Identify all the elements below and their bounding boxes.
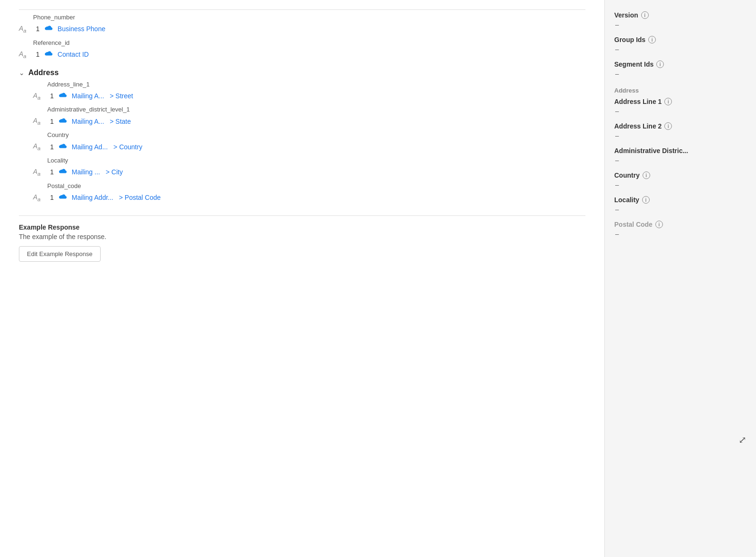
address-line1-group: Address_line_1 Aa 1 Mailing A... > Stree…: [33, 81, 585, 103]
salesforce-cloud-icon-phone: [43, 25, 54, 33]
rp-locality-field: Locality i –: [614, 196, 747, 213]
type-icon-admin: Aa: [33, 117, 46, 126]
address-chevron-icon[interactable]: ⌄: [19, 69, 25, 77]
salesforce-cloud-icon-admin: [58, 118, 68, 125]
rp-admin-district-label: Administrative Distric...: [614, 147, 747, 154]
phone-mapping-row: Aa 1 Business Phone: [19, 23, 585, 35]
rp-segment-ids-field: Segment Ids i –: [614, 60, 747, 77]
rp-version-label: Version i: [614, 11, 747, 19]
postal-code-label-main: Postal_code: [33, 182, 585, 189]
right-panel: Version i – Group Ids i – Segment Ids i …: [605, 0, 756, 557]
postal-code-group: Postal_code Aa 1 Mailing Addr... > Posta…: [33, 182, 585, 204]
salesforce-cloud-icon-locality: [58, 168, 68, 176]
postal-mapping-link[interactable]: Mailing Addr...: [72, 194, 113, 201]
address-line1-label: Address_line_1: [33, 81, 585, 88]
reference-id-label: Reference_id: [19, 39, 585, 46]
address-section-title: Address: [28, 69, 59, 77]
type-icon-addr1: Aa: [33, 92, 46, 101]
rp-address-line1-value: –: [614, 107, 747, 115]
rp-admin-district-field: Administrative Distric... –: [614, 147, 747, 164]
postal-mapping-row: Aa 1 Mailing Addr... > Postal Code: [33, 191, 585, 204]
country-label-main: Country: [33, 131, 585, 138]
example-response-section: Example Response The example of the resp…: [19, 215, 585, 262]
postal-mapping-number: 1: [50, 194, 54, 201]
example-response-title: Example Response: [19, 223, 585, 231]
phone-number-group: Phone_number Aa 1 Business Phone: [19, 9, 585, 35]
group-ids-info-icon[interactable]: i: [648, 36, 656, 43]
rp-address-line2-field: Address Line 2 i –: [614, 122, 747, 139]
locality-label-main: Locality: [33, 157, 585, 164]
rp-version-field: Version i –: [614, 11, 747, 28]
country-group: Country Aa 1 Mailing Ad... > Country: [33, 131, 585, 153]
type-icon-locality: Aa: [33, 168, 46, 177]
phone-number-label: Phone_number: [19, 14, 585, 21]
postal-code-info-icon[interactable]: i: [655, 221, 663, 228]
rp-group-ids-value: –: [614, 45, 747, 53]
rp-group-ids-label: Group Ids i: [614, 36, 747, 43]
salesforce-cloud-icon-addr1: [58, 92, 68, 100]
rp-version-value: –: [614, 21, 747, 28]
salesforce-cloud-icon-country: [58, 143, 68, 151]
rp-postal-code-value: –: [614, 230, 747, 238]
locality-mapping-row: Aa 1 Mailing ... > City: [33, 166, 585, 179]
rp-locality-value: –: [614, 206, 747, 213]
admin-district-group: Administrative_district_level_1 Aa 1 Mai…: [33, 106, 585, 128]
phone-mapping-link[interactable]: Business Phone: [58, 25, 105, 33]
country-info-icon[interactable]: i: [643, 171, 650, 179]
phone-mapping-number: 1: [36, 25, 40, 33]
type-icon-reference: Aa: [19, 50, 32, 59]
postal-arrow-link[interactable]: > Postal Code: [119, 194, 161, 201]
locality-info-icon[interactable]: i: [642, 196, 650, 204]
reference-mapping-row: Aa 1 Contact ID: [19, 48, 585, 61]
edit-example-response-button[interactable]: Edit Example Response: [19, 246, 101, 262]
admin-mapping-link[interactable]: Mailing A...: [72, 118, 104, 125]
country-mapping-row: Aa 1 Mailing Ad... > Country: [33, 140, 585, 153]
rp-address-line1-field: Address Line 1 i –: [614, 98, 747, 115]
type-icon-postal: Aa: [33, 193, 46, 202]
locality-mapping-number: 1: [50, 168, 54, 176]
country-mapping-number: 1: [50, 143, 54, 151]
main-content: Phone_number Aa 1 Business Phone Referen…: [0, 0, 605, 557]
address-line1-info-icon[interactable]: i: [664, 98, 672, 105]
country-arrow-link[interactable]: > Country: [113, 143, 142, 151]
rp-segment-ids-label: Segment Ids i: [614, 60, 747, 68]
locality-arrow-link[interactable]: > City: [106, 168, 123, 176]
address-subsection: Address_line_1 Aa 1 Mailing A... > Stree…: [19, 81, 585, 204]
rp-segment-ids-value: –: [614, 70, 747, 77]
type-icon-country: Aa: [33, 142, 46, 151]
rp-group-ids-field: Group Ids i –: [614, 36, 747, 53]
admin-arrow-link[interactable]: > State: [110, 118, 131, 125]
type-icon-phone: Aa: [19, 25, 32, 34]
addr1-mapping-link[interactable]: Mailing A...: [72, 92, 104, 100]
rp-address-section-title: Address: [614, 87, 747, 94]
address-section-header: ⌄ Address: [19, 69, 585, 77]
admin-mapping-number: 1: [50, 118, 54, 125]
reference-mapping-link[interactable]: Contact ID: [58, 51, 89, 58]
rp-postal-code-label: Postal Code i: [614, 221, 747, 228]
locality-mapping-link[interactable]: Mailing ...: [72, 168, 100, 176]
country-mapping-link[interactable]: Mailing Ad...: [72, 143, 108, 151]
rp-postal-code-field: Postal Code i –: [614, 221, 747, 238]
admin-district-mapping-row: Aa 1 Mailing A... > State: [33, 115, 585, 128]
addr1-mapping-number: 1: [50, 92, 54, 100]
locality-group: Locality Aa 1 Mailing ... > City: [33, 157, 585, 179]
address-line1-mapping-row: Aa 1 Mailing A... > Street: [33, 90, 585, 103]
addr1-arrow-link[interactable]: > Street: [110, 92, 133, 100]
salesforce-cloud-icon-postal: [58, 194, 68, 201]
rp-address-line2-label: Address Line 2 i: [614, 122, 747, 130]
expand-icon[interactable]: ⤢: [739, 434, 747, 446]
rp-admin-district-value: –: [614, 156, 747, 164]
rp-address-line1-label: Address Line 1 i: [614, 98, 747, 105]
rp-country-value: –: [614, 181, 747, 189]
example-response-text: The example of the response.: [19, 233, 585, 240]
version-info-icon[interactable]: i: [641, 11, 649, 19]
address-line2-info-icon[interactable]: i: [664, 122, 672, 130]
segment-ids-info-icon[interactable]: i: [656, 60, 664, 68]
rp-locality-label: Locality i: [614, 196, 747, 204]
salesforce-cloud-icon-reference: [43, 51, 54, 58]
rp-country-field: Country i –: [614, 171, 747, 189]
admin-district-label: Administrative_district_level_1: [33, 106, 585, 113]
reference-mapping-number: 1: [36, 51, 40, 58]
rp-country-label: Country i: [614, 171, 747, 179]
rp-address-line2-value: –: [614, 132, 747, 139]
